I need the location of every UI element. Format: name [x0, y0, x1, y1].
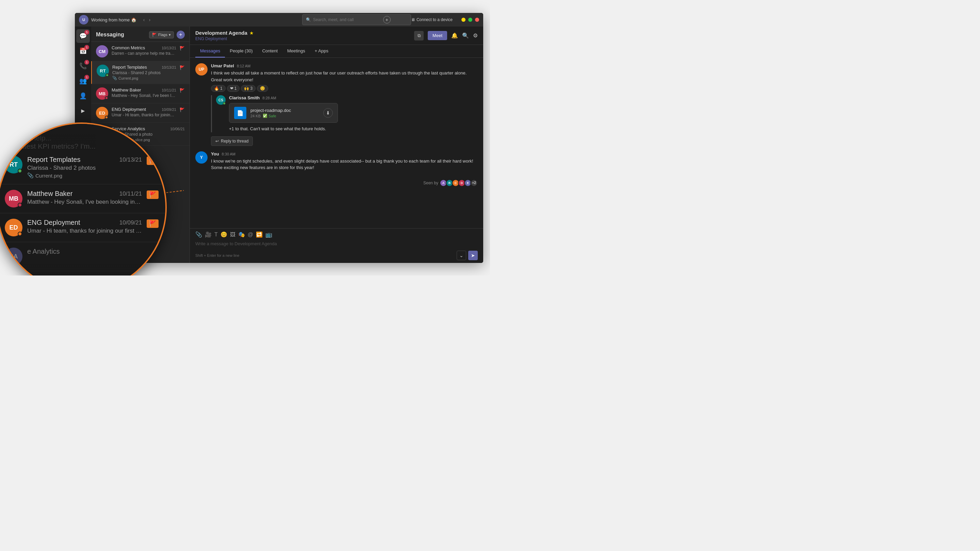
chat-badge: 5 — [84, 30, 89, 35]
file-icon: 📎 — [112, 76, 117, 80]
mag-flag-ed: 🚩 — [147, 219, 159, 228]
sidebar-item-person[interactable]: 👤 — [76, 89, 90, 103]
title-bar-left: U Working from home 🏠 ‹ › — [79, 15, 302, 24]
reaction-clap[interactable]: 🙌 3 — [241, 85, 256, 92]
people-badge: 1 — [84, 75, 89, 79]
tab-meetings[interactable]: Meetings — [282, 45, 310, 57]
mag-item-eng-deployment[interactable]: ED ENG Deployment 10/09/21 Umar - Hi tea… — [0, 213, 165, 242]
chat-item-report-templates[interactable]: RT Report Templates 10/13/21 Clarissa - … — [91, 61, 189, 84]
attach-icon[interactable]: 📎 — [195, 231, 202, 238]
chat-item-common-metrics[interactable]: CM Common Metrics 10/13/21 Darren - can … — [91, 42, 189, 61]
msg-body-you: You 8:30 AM I know we're on tight schedu… — [211, 151, 478, 171]
send-btn[interactable]: ➤ — [468, 251, 478, 260]
user-avatar[interactable]: U — [79, 15, 89, 24]
chat-content-matthew-baker: Matthew Baker 10/11/21 Matthew - Hey Son… — [111, 87, 176, 98]
msg-body-clarissa: Clarissa Smith 8:28 AM 📄 project-roadmap… — [229, 95, 478, 132]
msg-text-you: I know we're on tight schedules, and eve… — [211, 158, 478, 171]
chat-content-common-metrics: Common Metrics 10/13/21 Darren - can any… — [111, 45, 176, 56]
reply-icon: ↩ — [215, 139, 219, 143]
chat-name: Common Metrics — [111, 45, 145, 50]
chat-item-eng-deployment[interactable]: ED ENG Deployment 10/09/21 Umar - Hi tea… — [91, 103, 189, 123]
chat-date: 10/13/21 — [162, 46, 176, 50]
sidebar-item-calls[interactable]: 📞 1 — [76, 59, 90, 73]
screen-share-icon[interactable]: 📺 — [266, 231, 272, 238]
channel-subtitle[interactable]: ENG Deployment — [195, 37, 254, 41]
search-channel-btn[interactable]: 🔍 — [462, 32, 469, 39]
star-icon[interactable]: ★ — [250, 30, 254, 36]
mag-item-matthew-baker[interactable]: MB Matthew Baker 10/11/21 Matthew - Hey … — [0, 184, 165, 213]
reply-thread-btn[interactable]: ↩ Reply to thread — [211, 137, 253, 146]
compose-input[interactable]: Write a message to Development Agenda — [195, 240, 478, 251]
expand-btn[interactable]: ⌄ — [457, 251, 466, 260]
message-group-umar: UP Umar Patel 8:12 AM I think we should … — [195, 63, 478, 146]
sidebar-item-calendar[interactable]: 📅 1 — [76, 44, 90, 58]
msg-header-clarissa: Clarissa Smith 8:28 AM — [229, 95, 478, 100]
close-btn[interactable]: ✕ — [475, 18, 479, 22]
compose-bottom: Shift + Enter for a new line ⌄ ➤ — [195, 251, 478, 260]
title-bar: U Working from home 🏠 ‹ › 🔍 + 🖥 Connect … — [75, 13, 483, 27]
chat-preview: Darren - can anyone help me track down o… — [111, 51, 176, 56]
video-icon[interactable]: 🎥 — [205, 231, 212, 238]
file-icon: 📎 — [27, 172, 34, 179]
sticker-icon[interactable]: 🎭 — [238, 231, 245, 238]
mag-fade-text: anyone help... our latest KPI metrics? I… — [0, 124, 165, 150]
flags-btn[interactable]: 🚩 Flags ▾ — [149, 31, 174, 38]
copy-btn[interactable]: ⧉ — [414, 31, 424, 40]
mag-item-sa-partial: SA e Analytics — [0, 242, 165, 271]
meet-btn[interactable]: Meet — [428, 31, 447, 40]
msg-header-you: You 8:30 AM — [211, 151, 478, 156]
mag-name-rt: Report Templates — [27, 156, 80, 164]
monitor-icon: 🖥 — [411, 17, 415, 22]
mag-status-dot-mb — [18, 203, 22, 207]
mag-item-report-templates[interactable]: RT Report Templates 10/13/21 Clarissa - … — [0, 150, 165, 184]
chat-name: ENG Deployment — [111, 107, 146, 112]
forward-arrow[interactable]: › — [147, 16, 152, 23]
emoji-icon[interactable]: 😊 — [221, 231, 227, 238]
messaging-header: Messaging 🚩 Flags ▾ + — [91, 27, 189, 42]
compose-placeholder: Write a message to Development Agenda — [195, 241, 277, 246]
file-name: project-roadmap.doc — [250, 108, 319, 113]
tab-apps[interactable]: + Apps — [310, 45, 333, 57]
mag-name-ed: ENG Deployment — [27, 219, 80, 227]
chat-content-eng-deployment: ENG Deployment 10/09/21 Umar - Hi team, … — [111, 107, 176, 118]
mention-icon[interactable]: @ — [248, 232, 253, 238]
maximize-btn[interactable]: □ — [468, 18, 472, 22]
back-arrow[interactable]: ‹ — [142, 16, 146, 23]
reaction-fire[interactable]: 🔥 1 — [211, 85, 226, 92]
minimize-btn[interactable]: — — [461, 18, 466, 22]
mag-date-rt: 10/13/21 — [119, 156, 142, 163]
reaction-heart[interactable]: ❤ 1 — [227, 85, 240, 92]
connect-device-btn[interactable]: 🖥 Connect to a device — [411, 17, 453, 22]
search-input[interactable] — [313, 17, 381, 22]
mag-top-rt: Report Templates 10/13/21 — [27, 156, 142, 164]
nav-arrows: ‹ › — [142, 16, 152, 23]
msg-time-you: 8:30 AM — [222, 152, 235, 156]
sidebar-item-send[interactable]: ► — [76, 104, 90, 118]
add-search-btn[interactable]: + — [383, 16, 391, 24]
sidebar-item-chat[interactable]: 💬 5 — [76, 29, 90, 43]
new-chat-btn[interactable]: + — [177, 30, 185, 39]
msg-sender-you: You — [211, 151, 219, 156]
tab-content[interactable]: Content — [257, 45, 282, 57]
seen-more: +2 — [470, 179, 478, 187]
chat-item-matthew-baker[interactable]: MB Matthew Baker 10/11/21 Matthew - Hey … — [91, 84, 189, 103]
image-icon[interactable]: 🖼 — [230, 232, 235, 238]
chat-date: 10/06/21 — [170, 127, 185, 131]
flag-icon: 🚩 — [180, 46, 185, 51]
chat-date: 10/11/21 — [162, 88, 176, 92]
chat-file: 📎 Current.png — [112, 76, 176, 80]
reaction-smile[interactable]: 😊 — [257, 85, 268, 92]
format-icon[interactable]: T — [215, 232, 218, 238]
compose-bar: 📎 🎥 T 😊 🖼 🎭 @ 🔁 📺 Write a message to Dev… — [190, 228, 483, 263]
msg-header-umar: Umar Patel 8:12 AM — [211, 63, 478, 68]
calendar-badge: 1 — [84, 45, 89, 50]
loop-icon[interactable]: 🔁 — [256, 231, 263, 238]
sidebar-item-people[interactable]: 👥 1 — [76, 74, 90, 88]
notifications-btn[interactable]: 🔔 — [451, 32, 458, 39]
channel-settings-btn[interactable]: ⚙ — [473, 32, 478, 39]
tab-messages[interactable]: Messages — [195, 45, 225, 57]
chat-preview: Umar - Hi team, thanks for joining our f… — [111, 113, 176, 118]
download-btn[interactable]: ⬇ — [323, 108, 333, 118]
compose-actions: ⌄ ➤ — [457, 251, 478, 260]
tab-people[interactable]: People (30) — [225, 45, 257, 57]
